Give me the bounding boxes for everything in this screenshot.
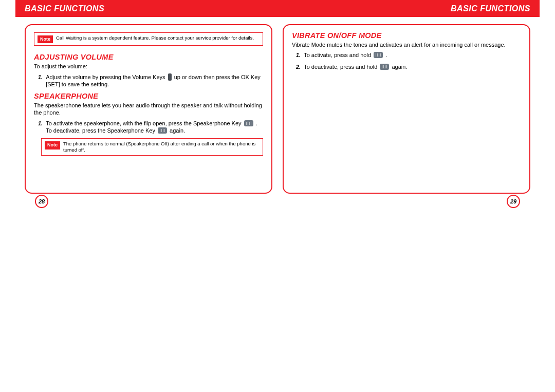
step-text-a: To deactivate, press and hold (304, 64, 379, 70)
step-text-a: To activate, press and hold (304, 52, 373, 58)
note-label: Note (38, 35, 53, 43)
note-call-waiting: Note Call Waiting is a system dependent … (34, 32, 263, 46)
volume-step-1: 1. Adjust the volume by pressing the Vol… (38, 73, 263, 88)
step-text-b: again. (390, 64, 407, 70)
step-text-a: Adjust the volume by pressing the Volume… (46, 74, 166, 80)
step-text-c: again. (168, 127, 185, 134)
step-text-b: . (384, 52, 387, 58)
note-text: The phone returns to normal (Speakerphon… (63, 141, 260, 153)
section-vibrate-title: VIBRATE ON/OFF MODE (292, 31, 521, 40)
speakerphone-key-icon (158, 127, 167, 134)
page-left: BASIC FUNCTIONS Note Call Waiting is a s… (15, 0, 278, 194)
page-number-left: 28 (35, 195, 48, 208)
header-left: BASIC FUNCTIONS (15, 0, 278, 17)
content-box-right: VIBRATE ON/OFF MODE Vibrate Mode mutes t… (283, 24, 530, 194)
note-label: Note (45, 141, 60, 149)
section-speakerphone-title: SPEAKERPHONE (34, 92, 263, 100)
section-adjusting-volume-intro: To adjust the volume: (34, 63, 263, 70)
section-vibrate-intro: Vibrate Mode mutes the tones and activat… (292, 41, 521, 48)
step-number: 1. (38, 120, 43, 135)
step-text: To activate the speakerphone, with the f… (46, 120, 263, 135)
section-adjusting-volume-title: ADJUSTING VOLUME (34, 53, 263, 61)
vibrate-key-icon (374, 52, 383, 58)
speakerphone-step-1: 1. To activate the speakerphone, with th… (38, 120, 263, 135)
vibrate-step-2: 2. To deactivate, press and hold again. (296, 63, 521, 70)
speakerphone-key-icon (244, 120, 253, 126)
step-text: To activate, press and hold . (304, 51, 387, 59)
volume-key-icon (168, 73, 172, 81)
section-speakerphone-intro: The speakerphone feature lets you hear a… (34, 102, 263, 117)
step-text: To deactivate, press and hold again. (304, 63, 407, 70)
content-box-left: Note Call Waiting is a system dependent … (25, 24, 272, 194)
page-spread: BASIC FUNCTIONS Note Call Waiting is a s… (0, 0, 555, 194)
step-number: 1. (38, 73, 43, 88)
page-number-right: 29 (507, 195, 520, 208)
step-text-a: To activate the speakerphone, with the f… (46, 120, 243, 126)
step-number: 2. (296, 63, 301, 70)
step-number: 1. (296, 51, 301, 59)
note-speakerphone: Note The phone returns to normal (Speake… (41, 138, 263, 156)
page-right: BASIC FUNCTIONS VIBRATE ON/OFF MODE Vibr… (278, 0, 540, 194)
step-text: Adjust the volume by pressing the Volume… (46, 73, 263, 88)
vibrate-key-icon (380, 64, 389, 70)
vibrate-step-1: 1. To activate, press and hold . (296, 51, 521, 59)
header-right: BASIC FUNCTIONS (278, 0, 540, 17)
note-text: Call Waiting is a system dependent featu… (56, 35, 260, 41)
